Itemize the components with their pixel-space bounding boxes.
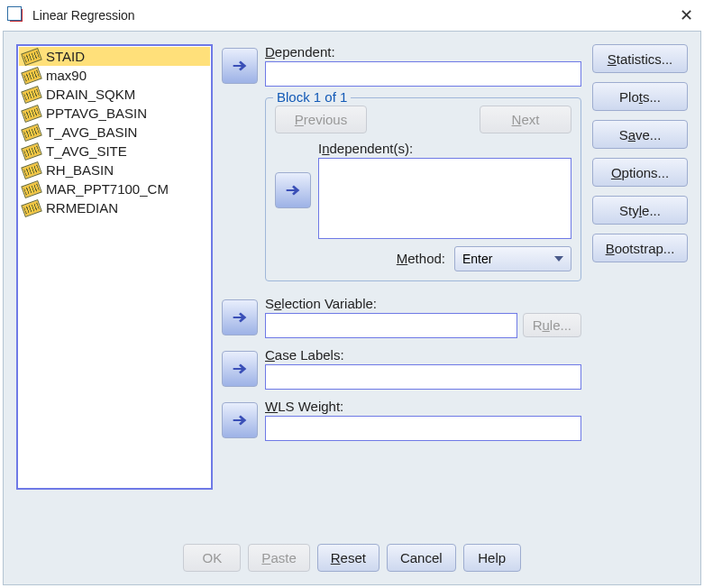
variable-item[interactable]: max90	[19, 66, 210, 85]
case-labels-input[interactable]	[265, 364, 581, 390]
variable-item[interactable]: T_AVG_SITE	[19, 142, 210, 161]
app-icon	[7, 6, 25, 24]
arrow-right-icon	[283, 180, 303, 200]
method-label: Method:Method:	[397, 251, 445, 266]
right-button-column: Statistics...Statistics... Plots...Plots…	[592, 44, 688, 535]
variable-list[interactable]: STAID max90 DRAIN_SQKM PPTAVG_BASIN T_AV…	[16, 44, 213, 490]
arrow-right-icon	[230, 359, 250, 379]
help-button[interactable]: Help	[463, 544, 521, 572]
independents-label: Independent(s):Independent(s):	[318, 141, 571, 156]
scale-icon	[21, 142, 42, 161]
bootstrap-button[interactable]: Bootstrap...Bootstrap...	[592, 234, 688, 262]
variable-item[interactable]: STAID	[19, 47, 210, 66]
method-combo[interactable]: Enter	[454, 246, 571, 271]
center-column: DDependent:ependent: Block 1 of 1 Previo…	[222, 44, 583, 535]
variable-label: RH_BASIN	[46, 162, 114, 178]
variable-label: max90	[46, 68, 87, 83]
variable-label: PPTAVG_BASIN	[46, 106, 147, 121]
case-labels-label: Case Labels:Case Labels:	[265, 347, 581, 363]
window-title: Linear Regression	[32, 8, 135, 23]
independents-input[interactable]	[318, 158, 571, 239]
statistics-button[interactable]: Statistics...Statistics...	[592, 44, 688, 73]
ok-button[interactable]: OK	[183, 544, 241, 572]
style-button[interactable]: Style...Style...	[592, 196, 688, 225]
dependent-label: DDependent:ependent:	[265, 44, 581, 60]
rule-button[interactable]: Rule...Rule...	[523, 313, 581, 337]
move-to-wls-button[interactable]	[222, 402, 258, 438]
scale-icon	[21, 48, 42, 66]
arrow-right-icon	[230, 56, 250, 76]
variable-item[interactable]: DRAIN_SQKM	[19, 85, 210, 104]
variable-label: STAID	[46, 49, 85, 64]
scale-icon	[21, 67, 42, 85]
variable-label: T_AVG_BASIN	[46, 124, 137, 140]
scale-icon	[21, 180, 42, 198]
plots-button[interactable]: Plots...Plots...	[592, 82, 688, 111]
method-value: Enter	[462, 252, 492, 266]
block-legend: Block 1 of 1	[273, 89, 351, 105]
variable-item[interactable]: PPTAVG_BASIN	[19, 104, 210, 123]
block-fieldset: Block 1 of 1 PreviousPrevious NextNext I…	[265, 97, 581, 281]
variable-label: RRMEDIAN	[46, 200, 118, 216]
save-button[interactable]: Save...Save...	[592, 120, 688, 149]
content-area: STAID max90 DRAIN_SQKM PPTAVG_BASIN T_AV…	[3, 31, 701, 585]
scale-icon	[21, 124, 42, 142]
cancel-button[interactable]: Cancel	[387, 544, 456, 572]
previous-button[interactable]: PreviousPrevious	[275, 106, 367, 133]
paste-button[interactable]: PastePaste	[248, 544, 309, 572]
move-to-dependent-button[interactable]	[222, 48, 258, 84]
wls-weight-input[interactable]	[265, 416, 581, 441]
chevron-down-icon	[554, 256, 563, 262]
reset-button[interactable]: ResetReset	[317, 544, 379, 572]
dialog-button-row: OK PastePaste ResetReset Cancel Help	[16, 535, 688, 572]
move-to-caselabels-button[interactable]	[222, 351, 258, 387]
variable-item[interactable]: RRMEDIAN	[19, 198, 210, 217]
scale-icon	[21, 86, 42, 104]
close-icon[interactable]: ✕	[680, 5, 693, 25]
move-to-selection-button[interactable]	[222, 299, 258, 335]
wls-weight-label: WLS Weight:WLS Weight:	[265, 399, 581, 414]
variable-item[interactable]: T_AVG_BASIN	[19, 123, 210, 142]
variable-label: T_AVG_SITE	[46, 143, 127, 159]
variable-item[interactable]: MAR_PPT7100_CM	[19, 179, 210, 198]
options-button[interactable]: Options...Options...	[592, 158, 688, 187]
arrow-right-icon	[230, 410, 250, 430]
dependent-input[interactable]	[265, 61, 581, 87]
scale-icon	[21, 199, 42, 217]
scale-icon	[21, 161, 42, 179]
selection-variable-label: Selection Variable:Selection Variable:	[265, 296, 581, 311]
next-button[interactable]: NextNext	[480, 106, 571, 133]
scale-icon	[21, 105, 42, 123]
selection-variable-input[interactable]	[265, 313, 517, 338]
variable-label: MAR_PPT7100_CM	[46, 181, 169, 197]
move-to-independent-button[interactable]	[275, 172, 311, 208]
variable-label: DRAIN_SQKM	[46, 87, 135, 102]
linear-regression-dialog: Linear Regression ✕ STAID max90 DRAIN_SQ…	[0, 0, 704, 588]
variable-item[interactable]: RH_BASIN	[19, 161, 210, 179]
arrow-right-icon	[230, 308, 250, 327]
titlebar: Linear Regression ✕	[0, 0, 704, 31]
